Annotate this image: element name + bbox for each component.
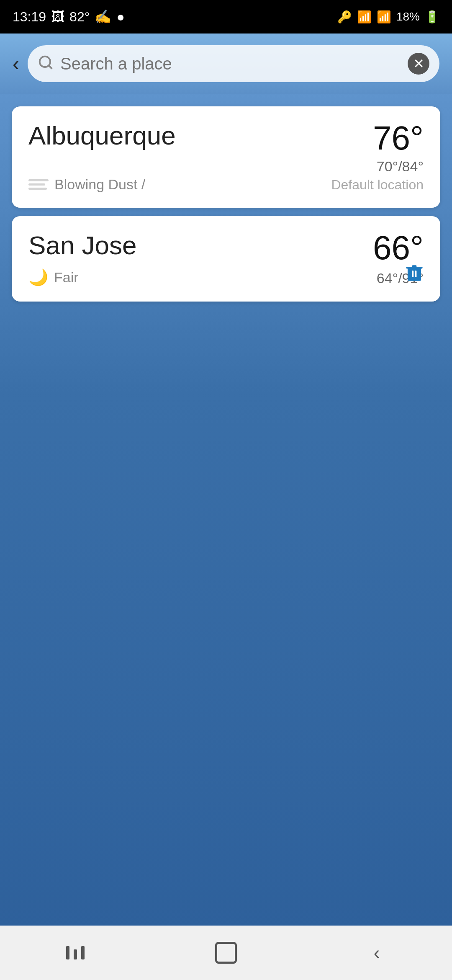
search-box: ✕ xyxy=(28,45,439,82)
back-button[interactable]: ‹ xyxy=(13,54,19,74)
default-label: Default location xyxy=(331,177,424,193)
dust-icon xyxy=(28,179,49,190)
bottom-nav: ‹ xyxy=(0,926,452,980)
wifi-icon: 📶 xyxy=(357,10,372,24)
location-card-albuquerque[interactable]: Albuquerque 76° Blowing Dust / 70°/84° D… xyxy=(12,106,440,208)
recent-icon xyxy=(66,946,85,959)
status-time: 13:19 xyxy=(13,9,46,25)
status-left: 13:19 🖼 82° ✍ ● xyxy=(13,9,125,25)
photo-icon: 🖼 xyxy=(51,9,64,25)
temperature-status: 82° xyxy=(69,9,90,25)
city-name-san-jose: San Jose xyxy=(28,231,137,260)
svg-rect-6 xyxy=(415,271,417,277)
condition-san-jose: 🌙 Fair xyxy=(28,268,79,286)
battery-percent: 18% xyxy=(396,10,420,23)
temp-san-jose: 66° xyxy=(373,231,424,265)
moon-icon: 🌙 xyxy=(28,268,48,286)
clear-button[interactable]: ✕ xyxy=(408,53,429,75)
card-top-sanjose: San Jose 66° xyxy=(28,231,424,265)
card-bottom-albuquerque: Blowing Dust / 70°/84° Default location xyxy=(28,158,424,193)
delete-button-san-jose[interactable] xyxy=(405,263,424,288)
search-area: ‹ ✕ xyxy=(0,34,452,94)
signal-icon: 📶 xyxy=(377,10,391,24)
city-name-albuquerque: Albuquerque xyxy=(28,121,176,150)
condition-albuquerque: Blowing Dust / xyxy=(28,176,145,193)
svg-line-1 xyxy=(49,65,51,68)
svg-rect-4 xyxy=(406,267,422,268)
card-bottom-sanjose: 🌙 Fair 64°/91° xyxy=(28,268,424,286)
temp-range-albuquerque: 70°/84° Default location xyxy=(331,158,424,193)
key-icon: 🔑 xyxy=(337,10,352,24)
temp-albuquerque: 76° xyxy=(373,121,424,155)
activity-icon: ✍ xyxy=(95,9,111,25)
condition-text-albuquerque: Blowing Dust / xyxy=(54,176,145,193)
status-right: 🔑 📶 📶 18% 🔋 xyxy=(337,10,439,24)
home-button[interactable] xyxy=(205,936,247,970)
content-area: Albuquerque 76° Blowing Dust / 70°/84° D… xyxy=(0,94,452,926)
status-bar: 13:19 🖼 82° ✍ ● 🔑 📶 📶 18% 🔋 xyxy=(0,0,452,34)
recent-apps-button[interactable] xyxy=(54,936,96,970)
battery-icon: 🔋 xyxy=(425,10,439,24)
svg-rect-5 xyxy=(412,271,414,277)
svg-rect-2 xyxy=(408,268,421,281)
back-nav-button[interactable]: ‹ xyxy=(356,936,398,970)
condition-text-san-jose: Fair xyxy=(54,269,79,286)
card-top: Albuquerque 76° xyxy=(28,121,424,155)
clear-icon: ✕ xyxy=(413,57,424,70)
location-card-san-jose[interactable]: San Jose 66° 🌙 Fair 64°/91° xyxy=(12,216,440,302)
home-icon xyxy=(215,942,237,964)
dot-indicator: ● xyxy=(116,9,124,25)
search-icon xyxy=(38,54,54,73)
back-nav-icon: ‹ xyxy=(374,944,380,962)
search-input[interactable] xyxy=(60,54,401,73)
